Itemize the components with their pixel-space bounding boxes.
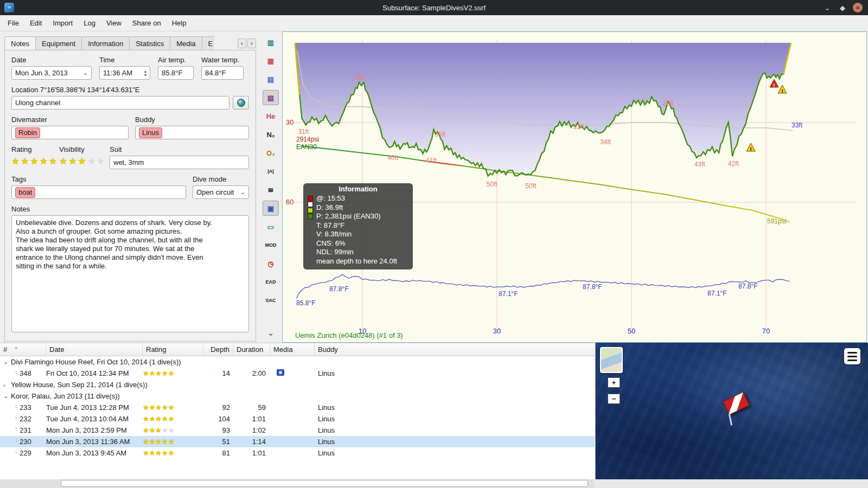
dive-profile-panel: 31ft15ft40ft41ft35ft50ft50ft31ft34ft28ft… <box>282 31 867 343</box>
dive-depth: 14 <box>203 369 233 377</box>
pressure-graph-icon[interactable]: ▦ <box>263 53 279 68</box>
close-button[interactable]: ✕ <box>853 3 863 12</box>
menu-item-log[interactable]: Log <box>78 17 101 29</box>
rating-stars[interactable]: ★★★★★ <box>11 156 59 168</box>
divemaster-tag[interactable]: Robin <box>15 127 40 138</box>
tab-media[interactable]: Media <box>170 36 202 50</box>
column-header-date[interactable]: Date <box>46 343 143 356</box>
column-header-duration[interactable]: Duration <box>233 343 270 356</box>
toolbar-scroll-down-icon[interactable]: ⌄ <box>263 325 279 341</box>
chevron-down-icon[interactable]: ⌄ <box>3 358 11 365</box>
star-icon: ★ <box>21 156 30 166</box>
dive-row[interactable]: └348Fri Oct 10, 2014 12:34 PM★★★★★142:00… <box>0 368 595 379</box>
map-menu-button[interactable] <box>844 348 860 364</box>
dive-mode-label: Dive mode <box>193 175 249 183</box>
sac-icon[interactable]: SAC <box>263 293 279 308</box>
menu-item-share-on[interactable]: Share on <box>127 17 167 29</box>
mini-map-thumbnail[interactable] <box>600 347 623 373</box>
maximize-button[interactable]: ◆ <box>838 3 847 12</box>
dive-row[interactable]: └229Mon Jun 3, 2013 9:45 AM★★★★★811:01Li… <box>0 447 595 459</box>
trip-row[interactable]: ›Yellow House, Sun Sep 21, 2014 (1 dive(… <box>0 379 595 390</box>
time-spinner[interactable]: 11:36 AM ▴ ▾ <box>99 66 150 80</box>
chevron-down-icon[interactable]: ⌄ <box>3 393 11 400</box>
column-header-buddy[interactable]: Buddy <box>315 343 595 356</box>
suit-field[interactable] <box>110 156 249 169</box>
map-panel[interactable]: + − <box>595 343 868 479</box>
dive-number: └232 <box>0 415 46 423</box>
tags-field[interactable]: boat <box>11 185 186 199</box>
deco-ndl-icon[interactable]: ◷ <box>263 256 279 271</box>
notes-label: Notes <box>11 205 249 213</box>
tab-scroll-right-button[interactable]: › <box>247 38 256 48</box>
rating-label: Rating <box>11 145 59 153</box>
map-zoom-out-button[interactable]: − <box>608 394 620 404</box>
mod-icon[interactable]: MOD <box>263 237 279 253</box>
tag-chip[interactable]: boat <box>15 187 35 198</box>
buddy-field[interactable]: Linus <box>135 126 249 139</box>
dive-row[interactable]: └231Mon Jun 3, 2013 2:59 PM★★★★★931:02Li… <box>0 425 595 436</box>
dive-buddy: Linus <box>315 449 595 457</box>
air-temp-field[interactable] <box>158 66 194 80</box>
column-header-rating[interactable]: Rating <box>143 343 203 356</box>
water-temp-field[interactable] <box>201 66 244 80</box>
svg-text:30: 30 <box>493 327 501 335</box>
dive-row[interactable]: └233Tue Jun 4, 2013 12:28 PM★★★★★9259Lin… <box>0 402 595 413</box>
tab-equipment[interactable]: Equipment <box>35 36 82 50</box>
divemaster-field[interactable]: Robin <box>11 126 129 139</box>
dive-date: Fri Oct 10, 2014 12:34 PM <box>46 369 143 377</box>
scrollbar-thumb[interactable] <box>61 480 588 487</box>
map-location-button[interactable] <box>233 96 249 110</box>
horizontal-scrollbar[interactable] <box>0 479 595 488</box>
svg-text:43ft: 43ft <box>694 160 706 168</box>
menu-item-help[interactable]: Help <box>167 17 192 29</box>
profile-info-box: Information @: 15:53D: 36.9ftP: 2,381psi… <box>303 183 413 269</box>
oxygen-graph-icon[interactable]: O₂ <box>263 145 279 160</box>
tab-notes[interactable]: Notes <box>4 36 36 50</box>
photos-toggle-icon[interactable]: ▣ <box>263 201 279 216</box>
date-select[interactable]: Mon Jun 3, 2013 ⌄ <box>11 66 92 80</box>
spin-down-icon[interactable]: ▾ <box>144 73 146 77</box>
menu-item-view[interactable]: View <box>101 17 127 29</box>
buddy-tag[interactable]: Linus <box>139 127 162 138</box>
tank-bar-icon[interactable]: ▭ <box>263 219 279 234</box>
location-field[interactable] <box>11 96 229 110</box>
dive-rating: ★★★★★ <box>143 438 203 446</box>
helium-graph-icon[interactable]: He <box>263 108 279 124</box>
dive-row[interactable]: └230Mon Jun 3, 2013 11:36 AM★★★★★511:14L… <box>0 436 595 447</box>
air-density-icon[interactable]: |A| <box>263 164 279 179</box>
tab-statistics[interactable]: Statistics <box>129 36 170 50</box>
tree-branch-icon: └ <box>14 439 18 445</box>
nitrogen-graph-icon[interactable]: N₂ <box>263 127 279 142</box>
calculated-ceiling-icon[interactable]: ▧ <box>263 90 279 105</box>
chevron-right-icon[interactable]: › <box>3 382 11 388</box>
dive-row[interactable]: └232Tue Jun 4, 2013 10:04 AM★★★★★1041:01… <box>0 413 595 425</box>
minimize-button[interactable]: ⌄ <box>822 3 832 12</box>
notes-textarea[interactable]: Unbelievable dive. Dozens and dozens of … <box>11 215 249 332</box>
column-header-media[interactable]: Media <box>270 343 315 356</box>
svg-text:40ft: 40ft <box>387 154 399 162</box>
svg-text:!: ! <box>782 88 783 94</box>
photo-icon[interactable] <box>277 369 284 376</box>
menu-item-file[interactable]: File <box>2 17 24 29</box>
ceiling-icon[interactable]: ▤ <box>263 72 279 87</box>
dive-computer-icon[interactable]: ▥ <box>263 35 279 50</box>
dive-buddy: Linus <box>315 426 595 434</box>
map-zoom-in-button[interactable]: + <box>608 377 620 388</box>
column-header-depth[interactable]: Depth <box>203 343 233 356</box>
menu-item-import[interactable]: Import <box>47 17 78 29</box>
dive-mode-select[interactable]: Open circuit ⌄ <box>193 185 249 199</box>
title-bar[interactable]: ≈ Subsurface: SampleDivesV2.ssrf ⌄ ◆ ✕ <box>0 0 868 15</box>
visibility-label: Visibility <box>59 145 110 153</box>
tab-information[interactable]: Information <box>81 36 130 50</box>
column-header-num[interactable]: #^ <box>0 343 46 356</box>
trip-row[interactable]: ⌄Koror, Palau, Jun 2013 (11 dive(s)) <box>0 390 595 402</box>
tab-e[interactable]: E <box>202 36 214 50</box>
trip-row[interactable]: ⌄Divi Flamingo House Reef, Fri Oct 10, 2… <box>0 356 595 368</box>
ead-icon[interactable]: EAD <box>263 274 279 290</box>
star-icon: ★ <box>149 426 156 434</box>
chevron-down-icon: ⌄ <box>240 189 245 196</box>
tab-scroll-left-button[interactable]: ‹ <box>238 38 246 48</box>
heart-rate-icon[interactable]: ≋ <box>263 182 279 197</box>
visibility-stars[interactable]: ★★★★★ <box>59 156 110 168</box>
menu-item-edit[interactable]: Edit <box>24 17 47 29</box>
